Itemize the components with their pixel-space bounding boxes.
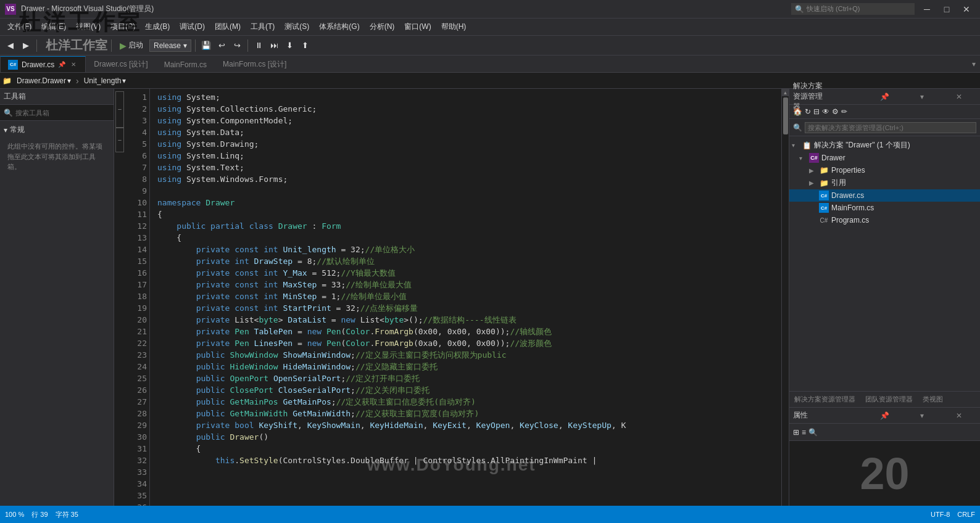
tab-drawer-cs[interactable]: C# Drawer.cs 📌 ✕ (0, 56, 86, 72)
tab-close-drawer-cs[interactable]: ✕ (69, 60, 78, 69)
home-icon[interactable]: 🏠 (793, 107, 802, 116)
toolbox-header: 工具箱 (0, 89, 114, 105)
properties-toolbar: ⊞ ≡ 🔍 (789, 424, 980, 441)
solution-tree: ▾ 📋 解决方案 "Drawer" (1 个项目) ▾ C# Drawer ▶ … (789, 136, 980, 391)
tab-drawer-design[interactable]: Drawer.cs [设计] (86, 56, 156, 72)
quicklaunch-text[interactable]: 快速启动 (Ctrl+Q) (807, 4, 860, 14)
solution-explorer-search-input[interactable] (805, 122, 976, 133)
tree-solution-root[interactable]: ▾ 📋 解决方案 "Drawer" (1 个项目) (789, 139, 980, 152)
tab-mainform-cs[interactable]: MainForm.cs (156, 56, 215, 72)
collapse-btn-namespace[interactable]: − (115, 91, 124, 128)
status-line-ending: CRLF (957, 511, 975, 518)
tab-label-mainform-cs: MainForm.cs (164, 60, 207, 69)
props-close-button[interactable]: ✕ (942, 410, 976, 421)
toolbar-sep-3 (195, 39, 196, 52)
close-button[interactable]: ✕ (958, 3, 975, 15)
menu-test[interactable]: 测试(S) (280, 19, 314, 35)
tree-program-cs[interactable]: C# Program.cs (789, 214, 980, 226)
undo-button[interactable]: ↩ (215, 39, 228, 52)
tree-drawer-cs[interactable]: C# Drawer.cs (789, 189, 980, 202)
save-all-button[interactable]: 💾 (199, 39, 213, 52)
toolbox-search-icon: 🔍 (4, 109, 13, 117)
menu-arch[interactable]: 体系结构(G) (314, 19, 364, 35)
props-grid-view-icon[interactable]: ⊞ (793, 428, 799, 437)
forward-button[interactable]: ▶ (19, 39, 33, 52)
show-all-icon[interactable]: 👁 (822, 107, 829, 116)
start-button[interactable]: ▶ 启动 (115, 38, 147, 52)
props-category-icon[interactable]: ≡ (802, 428, 806, 437)
release-dropdown[interactable]: Release ▾ (149, 39, 191, 52)
props-icon[interactable]: ⚙ (832, 107, 839, 116)
left-panel: 工具箱 🔍 ▾ 常规 此组中没有可用的控件。将某项拖至此文本可将其添加到工具箱。 (0, 89, 114, 506)
menu-edit[interactable]: 编辑(E) (36, 19, 71, 35)
nav-separator: › (76, 76, 79, 86)
pin-panel-button[interactable]: 📌 (867, 91, 902, 102)
solution-explorer-header: 解决方案资源管理器 📌 ▾ ✕ (789, 89, 980, 105)
status-col: 行 39 (31, 510, 48, 519)
menu-team[interactable]: 团队(M) (210, 19, 246, 35)
menu-analyze[interactable]: 分析(N) (365, 19, 400, 35)
menu-window[interactable]: 窗口(W) (399, 19, 436, 35)
props-chevron-icon[interactable]: ▾ (905, 410, 939, 421)
menu-view[interactable]: 视图(V) (71, 19, 106, 35)
search-solution-icon: 🔍 (793, 123, 802, 132)
tabs-area: C# Drawer.cs 📌 ✕ Drawer.cs [设计] MainForm… (0, 56, 980, 73)
toolbox-section-header[interactable]: ▾ 常规 (4, 123, 110, 136)
redo-button[interactable]: ↪ (230, 39, 244, 52)
maximize-button[interactable]: □ (938, 3, 955, 15)
collapse-all-icon[interactable]: ⊟ (813, 107, 820, 116)
scroll-up-button[interactable]: ▲ (782, 89, 789, 96)
tree-properties[interactable]: ▶ 📁 Properties (789, 164, 980, 176)
class-dropdown-label: Drawer.Drawer (17, 76, 66, 85)
tree-references[interactable]: ▶ 📁 引用 (789, 176, 980, 189)
props-pin-button[interactable]: 📌 (867, 410, 902, 421)
refresh-icon[interactable]: ↻ (805, 107, 811, 116)
minimize-button[interactable]: ─ (918, 3, 936, 15)
scroll-thumb[interactable] (783, 97, 788, 134)
menu-build[interactable]: 生成(B) (140, 19, 175, 35)
toolbox-empty-text: 此组中没有可用的控件。将某项拖至此文本可将其添加到工具箱。 (4, 136, 110, 177)
tabs-dropdown[interactable]: ▾ (968, 56, 980, 72)
status-zoom[interactable]: 100 % (5, 511, 24, 518)
class-dropdown[interactable]: Drawer.Drawer ▾ (14, 75, 73, 86)
step-over-button[interactable]: ⏭ (267, 39, 281, 52)
toolbar-sep-1 (36, 39, 37, 52)
properties-expand-icon: ▶ (809, 167, 816, 174)
references-folder-icon: 📁 (819, 178, 829, 188)
tree-project[interactable]: ▾ C# Drawer (789, 152, 980, 164)
solution-expand-icon: ▾ (792, 142, 799, 149)
project-label: Drawer (821, 154, 845, 162)
class-dropdown-arrow: ▾ (67, 76, 71, 85)
menu-help[interactable]: 帮助(H) (436, 19, 471, 35)
collapse-btn-class[interactable]: − (115, 128, 124, 152)
toolbox-search-input[interactable] (15, 109, 110, 117)
close-panel-button[interactable]: ✕ (942, 91, 976, 102)
play-icon: ▶ (120, 41, 127, 51)
method-dropdown[interactable]: Unit_length ▾ (81, 75, 129, 86)
menu-project[interactable]: 项目(P) (106, 19, 140, 35)
tab-class-view[interactable]: 类视图 (918, 392, 948, 408)
tab-cs-icon: C# (8, 60, 18, 70)
back-button[interactable]: ◀ (4, 39, 17, 52)
solution-icon: 📋 (802, 141, 812, 150)
break-all-button[interactable]: ⏸ (252, 39, 265, 52)
tab-team-explorer[interactable]: 团队资源管理器 (860, 392, 918, 408)
titlebar: VS Drawer - Microsoft Visual Studio(管理员)… (0, 0, 980, 19)
chevron-down-icon[interactable]: ▾ (905, 91, 939, 102)
tree-mainform-cs[interactable]: C# MainForm.cs (789, 202, 980, 214)
toolbar: ◀ ▶ 杜洋工作室 ▶ 启动 Release ▾ 💾 ↩ ↪ ⏸ ⏭ ⬇ ⬆ (0, 36, 980, 56)
open-in-editor-icon[interactable]: ✏ (841, 107, 847, 116)
step-into-button[interactable]: ⬇ (283, 39, 296, 52)
tab-solution-explorer[interactable]: 解决方案资源管理器 (789, 392, 860, 408)
menu-file[interactable]: 文件(F) (2, 19, 36, 35)
code-editor[interactable]: using System; using System.Collections.G… (150, 89, 781, 506)
menu-debug[interactable]: 调试(D) (175, 19, 210, 35)
status-char: 字符 35 (56, 510, 78, 519)
props-search-icon[interactable]: 🔍 (808, 428, 818, 437)
start-label: 启动 (128, 40, 143, 51)
tab-mainform-design[interactable]: MainForm.cs [设计] (215, 56, 294, 72)
step-out-button[interactable]: ⬆ (298, 39, 312, 52)
menu-tools[interactable]: 工具(T) (246, 19, 280, 35)
pin-icon: 📌 (58, 61, 65, 68)
editor-scrollbar: ▲ (781, 89, 789, 506)
